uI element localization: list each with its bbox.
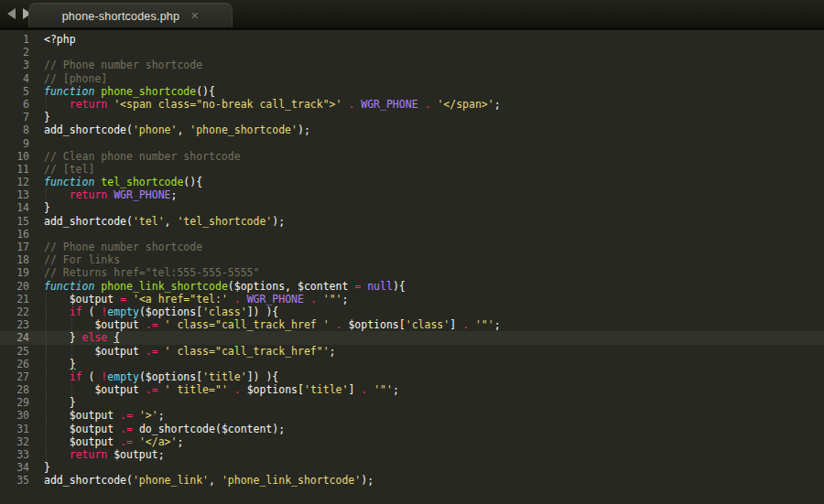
code-text: // Phone number shortcode: [44, 59, 202, 71]
code-line[interactable]: 27 if ( !empty($options['title']) ){: [0, 370, 824, 383]
code-line[interactable]: 5function phone_shortcode(){: [0, 85, 824, 98]
code-line[interactable]: 6 return '<span class="no-break call_tra…: [0, 98, 824, 111]
tab-label: phone-shortcodes.php: [62, 10, 179, 23]
code-line[interactable]: 1<?php: [0, 33, 824, 46]
line-number: 2: [0, 46, 29, 59]
line-number: 30: [0, 409, 29, 422]
code-line[interactable]: 4// [phone]: [0, 72, 824, 85]
code-line[interactable]: 17// Phone number shortcode: [0, 241, 824, 253]
code-text: $output .= ' class="call_track_href"';: [44, 345, 336, 358]
code-text: $output .= '</a>';: [44, 435, 183, 448]
code-text: $output .= ' class="call_track_href ' . …: [44, 318, 501, 331]
code-text: function phone_shortcode(){: [44, 85, 215, 98]
code-line[interactable]: 22 if ( !empty($options['class']) ){: [0, 306, 824, 318]
code-line[interactable]: 2: [0, 46, 824, 59]
code-line[interactable]: 31 $output .= do_shortcode($content);: [0, 423, 824, 435]
code-text: // For links: [44, 253, 120, 266]
code-line[interactable]: 34}: [0, 461, 824, 474]
code-text: }: [44, 461, 50, 474]
line-number: 17: [0, 241, 29, 253]
code-line[interactable]: 30 $output .= '>';: [0, 409, 824, 422]
line-number: 23: [0, 318, 29, 331]
code-text: }: [44, 396, 76, 409]
line-number: 10: [0, 150, 29, 163]
prev-tab-arrow-icon[interactable]: [7, 8, 16, 19]
tab-bar: phone-shortcodes.php ✕: [0, 0, 824, 30]
line-number: 3: [0, 59, 29, 71]
line-number: 6: [0, 98, 29, 111]
code-line[interactable]: 33 return $output;: [0, 448, 824, 461]
line-number: 19: [0, 266, 29, 279]
code-line[interactable]: 25 $output .= ' class="call_track_href"'…: [0, 345, 824, 358]
line-number: 14: [0, 201, 29, 214]
code-text: return WGR_PHONE;: [44, 188, 177, 201]
code-text: $output .= '>';: [44, 409, 165, 422]
editor-window: phone-shortcodes.php ✕ 1<?php23// Phone …: [0, 0, 824, 504]
code-line[interactable]: 12function tel_shortcode(){: [0, 176, 824, 188]
code-line[interactable]: 20function phone_link_shortcode($options…: [0, 280, 824, 293]
code-line[interactable]: 21 $output = '<a href="tel:' . WGR_PHONE…: [0, 293, 824, 306]
code-line[interactable]: 35add_shortcode('phone_link', 'phone_lin…: [0, 474, 824, 487]
code-line[interactable]: 15add_shortcode('tel', 'tel_shortcode');: [0, 215, 824, 228]
code-line[interactable]: 16: [0, 228, 824, 241]
code-text: // Clean phone number shortcode: [44, 150, 241, 163]
code-text: <?php: [44, 33, 76, 46]
code-line[interactable]: 8add_shortcode('phone', 'phone_shortcode…: [0, 123, 824, 136]
line-number: 16: [0, 228, 29, 241]
line-number: 26: [0, 358, 29, 370]
code-line[interactable]: 29 }: [0, 396, 824, 409]
code-line[interactable]: 7}: [0, 111, 824, 123]
line-number: 7: [0, 111, 29, 123]
line-number: 28: [0, 383, 29, 396]
code-text: if ( !empty($options['title']) ){: [44, 370, 278, 383]
code-line[interactable]: 13 return WGR_PHONE;: [0, 188, 824, 201]
code-text: $output .= do_shortcode($content);: [44, 423, 285, 435]
code-text: // Returns href="tel:555-555-5555": [44, 266, 259, 279]
code-line[interactable]: 11// [tel]: [0, 163, 824, 176]
line-number: 18: [0, 253, 29, 266]
line-number: 5: [0, 85, 29, 98]
code-line[interactable]: 24 } else {: [0, 331, 824, 344]
code-line[interactable]: 23 $output .= ' class="call_track_href '…: [0, 318, 824, 331]
line-number: 22: [0, 306, 29, 318]
line-number: 4: [0, 72, 29, 85]
line-number: 33: [0, 448, 29, 461]
code-text: // [phone]: [44, 72, 107, 85]
line-number: 35: [0, 474, 29, 487]
code-line[interactable]: 14}: [0, 201, 824, 214]
code-text: return $output;: [44, 448, 165, 461]
code-text: add_shortcode('phone', 'phone_shortcode'…: [44, 123, 310, 136]
code-line[interactable]: 10// Clean phone number shortcode: [0, 150, 824, 163]
code-text: // [tel]: [44, 163, 94, 176]
code-line[interactable]: 32 $output .= '</a>';: [0, 435, 824, 448]
code-line[interactable]: 26 }: [0, 358, 824, 370]
code-text: }: [44, 358, 76, 370]
code-line[interactable]: 18// For links: [0, 253, 824, 266]
line-number: 32: [0, 435, 29, 448]
code-line[interactable]: 3// Phone number shortcode: [0, 59, 824, 71]
line-number: 25: [0, 345, 29, 358]
code-text: add_shortcode('phone_link', 'phone_link_…: [44, 474, 374, 487]
code-text: }: [44, 111, 50, 123]
code-text: // Phone number shortcode: [44, 241, 202, 253]
line-number: 27: [0, 370, 29, 383]
line-number: 12: [0, 176, 29, 188]
code-text: $output .= ' title="' . $options['title'…: [44, 383, 399, 396]
code-text: if ( !empty($options['class']) ){: [44, 306, 278, 318]
tab-close-icon[interactable]: ✕: [190, 11, 199, 21]
code-line[interactable]: 28 $output .= ' title="' . $options['tit…: [0, 383, 824, 396]
line-number: 11: [0, 163, 29, 176]
code-text: $output = '<a href="tel:' . WGR_PHONE . …: [44, 293, 348, 306]
line-number: 1: [0, 33, 29, 46]
code-line[interactable]: 19// Returns href="tel:555-555-5555": [0, 266, 824, 279]
code-text: add_shortcode('tel', 'tel_shortcode');: [44, 215, 285, 228]
code-text: function tel_shortcode(){: [44, 176, 202, 188]
line-number: 31: [0, 423, 29, 435]
code-line[interactable]: 9: [0, 137, 824, 150]
code-text: function phone_link_shortcode($options, …: [44, 280, 406, 293]
code-editor[interactable]: 1<?php23// Phone number shortcode4// [ph…: [0, 30, 824, 504]
line-number: 13: [0, 188, 29, 201]
line-number: 8: [0, 123, 29, 136]
line-number: 24: [0, 331, 29, 344]
tab-phone-shortcodes[interactable]: phone-shortcodes.php ✕: [28, 3, 233, 28]
